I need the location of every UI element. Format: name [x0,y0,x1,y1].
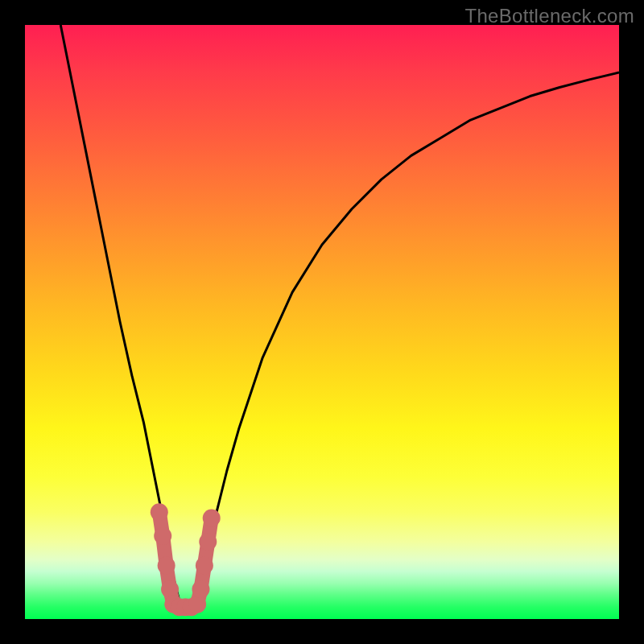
watermark-text: TheBottleneck.com [464,5,634,27]
gradient-plot-area [25,25,619,619]
